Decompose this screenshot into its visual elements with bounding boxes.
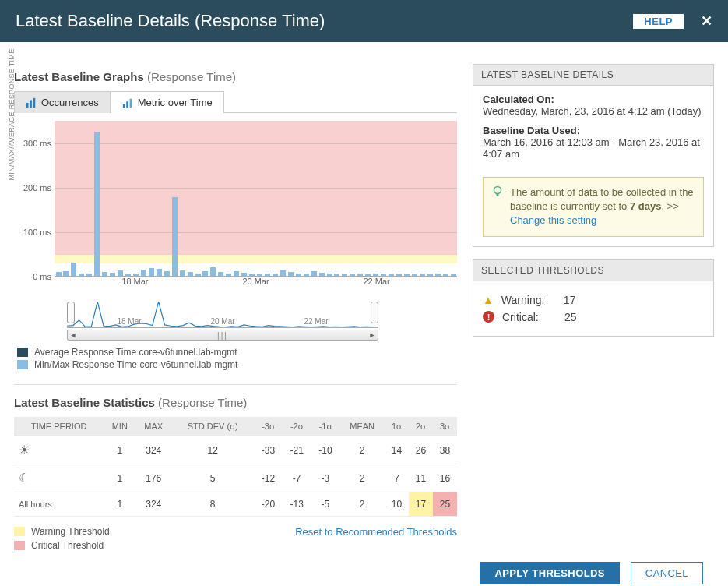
svg-rect-3 <box>123 104 125 107</box>
legend-swatch-minmax <box>17 360 28 369</box>
baseline-details-panel: LATEST BASELINE DETAILS Calculated On: W… <box>473 64 714 247</box>
chart-bars <box>55 121 457 276</box>
svg-rect-4 <box>126 101 128 108</box>
svg-rect-7 <box>497 194 499 196</box>
lightbulb-icon <box>491 185 504 198</box>
legend-swatch-avg <box>17 348 28 357</box>
tab-label: Metric over Time <box>138 97 213 108</box>
apply-thresholds-button[interactable]: APPLY THRESHOLDS <box>480 562 619 584</box>
scroll-left-icon[interactable]: ◄ <box>68 331 79 339</box>
info-note: The amount of data to be collected in th… <box>483 177 704 237</box>
panel-header: SELECTED THRESHOLDS <box>473 260 713 281</box>
tab-occurrences[interactable]: Occurrences <box>14 91 111 113</box>
svg-rect-0 <box>26 103 29 108</box>
warn-swatch <box>14 527 25 536</box>
svg-point-6 <box>494 187 501 194</box>
y-axis-label: MIN/MAX/AVERAGE RESPONSE TIME <box>8 49 16 181</box>
graphs-title: Latest Baseline Graphs (Response Time) <box>14 70 457 83</box>
scroll-grip[interactable]: ||| <box>217 331 228 340</box>
warning-icon: ▲ <box>483 294 494 306</box>
tab-metric-over-time[interactable]: Metric over Time <box>111 91 224 113</box>
overview-scrollbar[interactable]: ◄ ||| ► <box>67 330 378 341</box>
overview-chart[interactable]: 18 Mar 20 Mar 22 Mar ◄ ||| ► <box>67 302 378 339</box>
crit-swatch <box>14 541 25 550</box>
panel-header: LATEST BASELINE DETAILS <box>473 65 713 86</box>
range-handle-left[interactable] <box>67 302 75 323</box>
svg-rect-2 <box>33 97 36 107</box>
chart-icon <box>122 97 133 108</box>
baseline-range-value: March 16, 2016 at 12:03 am - March 23, 2… <box>483 136 704 160</box>
svg-rect-5 <box>129 98 132 107</box>
range-handle-right[interactable] <box>371 302 378 323</box>
change-setting-link[interactable]: Change this setting <box>510 214 596 226</box>
close-icon[interactable]: ✕ <box>701 12 712 30</box>
bar-chart-icon <box>26 97 37 108</box>
main-chart: MIN/MAX/AVERAGE RESPONSE TIME 0 ms100 ms… <box>14 121 457 370</box>
help-button[interactable]: HELP <box>633 14 684 29</box>
warning-value: 17 <box>564 294 576 306</box>
calculated-on-value: Wednesday, March, 23, 2016 at 4:12 am (T… <box>483 105 704 117</box>
cancel-button[interactable]: CANCEL <box>631 562 703 584</box>
critical-value: 25 <box>564 311 577 323</box>
svg-rect-1 <box>30 100 32 108</box>
dialog-header: Latest Baseline Details (Response Time) … <box>0 0 728 42</box>
selected-thresholds-panel: SELECTED THRESHOLDS ▲ Warning: 17 ! Crit… <box>473 259 714 337</box>
critical-icon: ! <box>483 311 494 323</box>
tab-label: Occurrences <box>41 97 99 108</box>
graph-tabs: Occurrences Metric over Time <box>14 91 457 113</box>
dialog-title: Latest Baseline Details (Response Time) <box>16 11 325 31</box>
scroll-right-icon[interactable]: ► <box>367 331 378 339</box>
